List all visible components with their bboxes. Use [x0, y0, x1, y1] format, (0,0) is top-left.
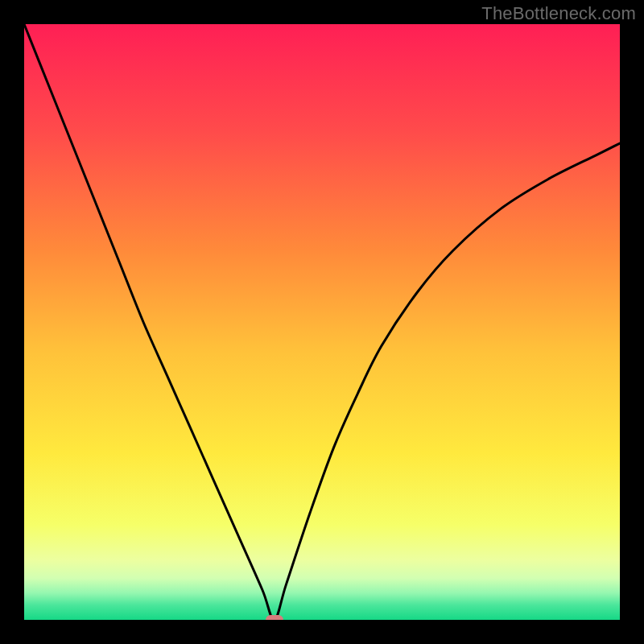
plot-area [24, 24, 620, 620]
bottleneck-curve [24, 24, 620, 620]
watermark-text: TheBottleneck.com [481, 3, 636, 24]
chart-frame: TheBottleneck.com [0, 0, 644, 644]
minimum-marker [266, 615, 283, 620]
